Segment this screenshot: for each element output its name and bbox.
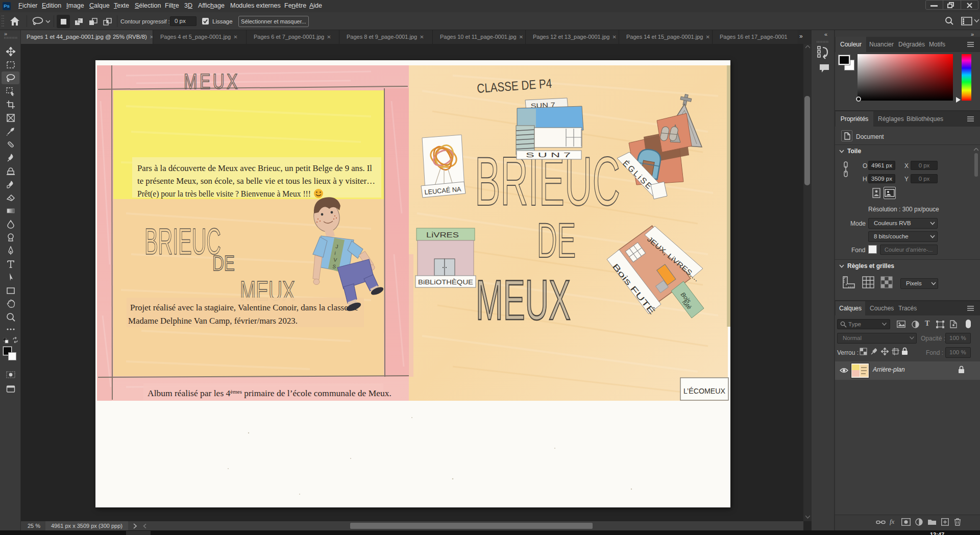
svg-text:Madame Delphine Van Camp, févr: Madame Delphine Van Camp, février/mars 2… [128,315,298,326]
svg-text:L’ÉCOMEUX: L’ÉCOMEUX [683,387,726,395]
svg-text:Album réalisé par les 4èmes pr: Album réalisé par les 4èmes primaire de … [148,388,391,398]
svg-text:MEUX: MEUX [476,268,571,332]
svg-text:Prêt(e) pour la très belle vis: Prêt(e) pour la très belle visite ? Bien… [137,188,311,199]
svg-text:MEUX: MEUX [184,69,240,93]
svg-text:Projet réalisé avec la stagiai: Projet réalisé avec la stagiaire, Valent… [130,302,358,312]
svg-text:BiBLiOTHÈQUE: BiBLiOTHÈQUE [418,278,473,286]
svg-text:S U N 7: S U N 7 [526,151,571,159]
svg-text:DE: DE [212,251,235,275]
svg-text:Pars à la découverte de Meux a: Pars à la découverte de Meux avec Brieuc… [137,163,372,173]
svg-text:LiVRES: LiVRES [426,230,459,239]
svg-text:BRIEUC: BRIEUC [144,221,221,262]
svg-text:DE: DE [537,213,576,268]
svg-text:te présente Meux, son école, s: te présente Meux, son école, sa belle vi… [137,176,375,186]
